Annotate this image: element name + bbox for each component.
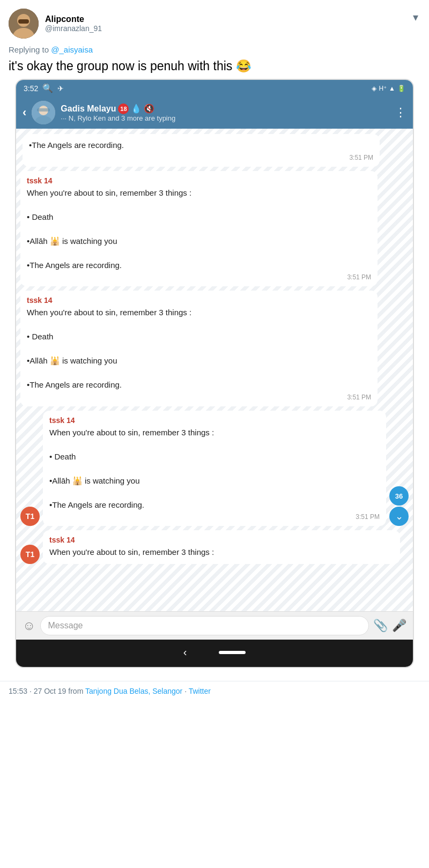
status-bar: 3:52 🔍 ✈ ◈ H⁺ ▲ 🔋 [16,80,413,97]
message-2-text: When you're about to sin, remember 3 thi… [27,187,371,272]
nav-home-indicator[interactable] [219,651,246,654]
attachment-icon[interactable]: 📎 [373,619,388,633]
nav-bar: ‹ [16,640,413,667]
scroll-count-badge[interactable]: 36 [389,486,409,506]
mute-icon: 🔇 [144,103,154,114]
source-link[interactable]: Twitter [189,687,211,695]
scroll-down-button[interactable]: ⌄ [389,507,409,526]
network-icon: H⁺ [379,85,387,92]
nav-back-icon[interactable]: ‹ [183,646,187,658]
chat-header: ‹ Gadis Melayu 18 💧 🔇 [16,97,413,129]
status-time: 3:52 [24,84,38,93]
group-name: Gadis Melayu 18 💧 🔇 [61,103,389,114]
water-emoji: 💧 [131,103,142,114]
message-5-sender: tssk 14 [49,536,394,544]
chat-area: •The Angels are recording. 3:51 PM tssk … [16,129,413,611]
message-4-text: When you're about to sin, remember 3 thi… [49,427,380,511]
t1-avatar-2: T1 [20,545,40,564]
chevron-down-icon[interactable]: ▾ [411,9,420,26]
battery-icon: 🔋 [397,85,405,92]
tweet-timestamp: 15:53 · 27 Oct 19 from [9,687,83,695]
message-1-time: 3:51 PM [29,154,373,161]
group-status: ··· N, Rylo Ken and 3 more are typing [61,114,389,122]
location-link[interactable]: Tanjong Dua Belas, Selangor [85,687,182,695]
message-input[interactable]: Message [40,616,369,635]
message-1: •The Angels are recording. 3:51 PM [23,134,380,167]
status-icons: ◈ H⁺ ▲ 🔋 [372,85,405,92]
input-bar: ☺ Message 📎 🎤 [16,611,413,640]
message-2-time: 3:51 PM [27,273,371,281]
phone-screenshot: 3:52 🔍 ✈ ◈ H⁺ ▲ 🔋 ‹ [15,79,414,668]
message-2-sender: tssk 14 [27,176,371,185]
more-options-icon[interactable]: ⋮ [395,106,406,120]
tweet-footer: 15:53 · 27 Oct 19 from Tanjong Dua Belas… [0,681,429,702]
message-3-time: 3:51 PM [27,394,371,401]
vibrate-icon: ◈ [372,85,376,92]
message-2: tssk 14 When you're about to sin, rememb… [20,171,378,287]
display-name: Alipconte [45,14,102,24]
message-1-text: •The Angels are recording. [29,139,373,152]
message-4-sender: tssk 14 [49,416,380,425]
message-3: tssk 14 When you're about to sin, rememb… [20,291,378,406]
tweet-text: it's okay the group now is penuh with th… [9,57,420,75]
group-avatar [32,101,55,124]
tweet-header: Alipconte @imranazlan_91 ▾ [0,0,429,43]
reply-to-link[interactable]: @_aisyaisa [51,45,93,54]
reply-to: Replying to @_aisyaisa [9,45,420,54]
back-button[interactable]: ‹ [23,106,26,120]
group-info: Gadis Melayu 18 💧 🔇 ··· N, Rylo Ken and … [61,103,389,122]
svg-rect-7 [37,108,50,112]
search-icon: 🔍 [42,83,53,93]
messages-with-avatars: T1 tssk 14 When you're about to sin, rem… [20,411,409,564]
message-4-time: 3:51 PM [49,513,380,521]
signal-icon: ▲ [389,85,395,92]
t1-avatar-1: T1 [20,507,40,526]
age-badge: 18 [118,103,129,114]
message-3-text: When you're about to sin, remember 3 thi… [27,307,371,391]
message-5-text: When you're about to sin, remember 3 thi… [49,546,394,559]
username: @imranazlan_91 [45,24,102,33]
svg-rect-3 [18,19,29,24]
microphone-icon[interactable]: 🎤 [392,619,406,633]
avatar[interactable] [9,9,39,39]
message-3-sender: tssk 14 [27,296,371,305]
message-5: tssk 14 When you're about to sin, rememb… [43,530,400,564]
tweet-body: Replying to @_aisyaisa it's okay the gro… [0,43,429,679]
message-4: tssk 14 When you're about to sin, rememb… [43,411,386,526]
emoji-icon[interactable]: ☺ [23,618,36,633]
send-icon: ✈ [57,84,64,93]
user-info: Alipconte @imranazlan_91 [45,14,102,33]
